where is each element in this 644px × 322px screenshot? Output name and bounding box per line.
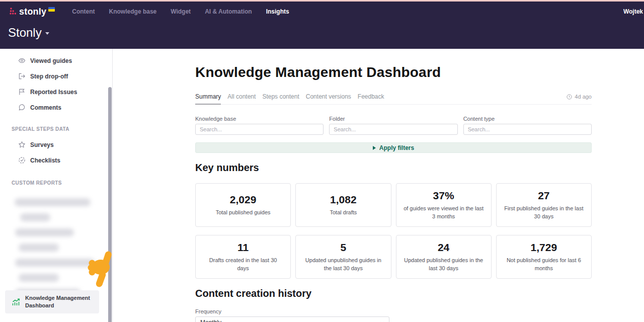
metric-value: 11	[237, 242, 249, 254]
redacted-report-item[interactable]	[15, 198, 91, 206]
sidebar-item-knowledge-management-dashboard[interactable]: Knowledge Management Dashboard	[5, 290, 99, 313]
sidebar-item-checklists[interactable]: Checklists	[0, 152, 112, 168]
folder-search-input[interactable]	[329, 124, 457, 135]
tab-content-versions[interactable]: Content versions	[306, 93, 351, 104]
metric-card-total-published-guides: 2,029 Total published guides	[195, 183, 291, 227]
tab-all-content[interactable]: All content	[227, 93, 256, 104]
metric-label: of guides were viewed in the last 3 mont…	[404, 205, 484, 220]
metric-label: Total published guides	[216, 209, 271, 216]
sidebar-item-label: Step drop-off	[30, 73, 68, 80]
key-numbers-title: Key numbers	[195, 162, 592, 174]
metric-label: First published guides in the last 30 da…	[504, 205, 584, 220]
sidebar-item-label: Surveys	[30, 141, 54, 148]
nav-item-content[interactable]: Content	[72, 8, 95, 15]
sidebar-scrollbar[interactable]	[108, 87, 112, 322]
filter-folder: Folder	[329, 116, 457, 135]
metric-label: Total drafts	[330, 209, 357, 216]
nav-item-widget[interactable]: Widget	[171, 8, 191, 15]
filter-label: Knowledge base	[195, 116, 324, 122]
redacted-report-item[interactable]	[19, 244, 59, 252]
page-title: Knowledge Management Dashboard	[195, 64, 592, 81]
play-triangle-icon	[373, 146, 376, 150]
sidebar-item-label: Knowledge Management Dashboard	[25, 294, 94, 309]
metric-card-updated-published-30d: 24 Updated published guides in the last …	[396, 235, 492, 279]
sidebar-section-special-steps-data: SPECIAL STEPS DATA	[0, 115, 112, 137]
dashboard-tab-bar: Summary All content Steps content Conten…	[195, 93, 592, 105]
apply-filters-button[interactable]: Apply filters	[195, 142, 592, 153]
stonly-logo-icon	[9, 7, 17, 15]
content-type-search-input[interactable]	[463, 124, 592, 135]
filter-knowledge-base: Knowledge base	[195, 116, 324, 135]
tab-feedback[interactable]: Feedback	[358, 93, 384, 104]
sidebar-item-label: Reported Issues	[30, 89, 77, 96]
comment-icon	[18, 104, 26, 111]
sidebar-item-label: Viewed guides	[30, 57, 72, 64]
sidebar-item-viewed-guides[interactable]: Viewed guides	[0, 53, 112, 68]
last-updated: 4d ago	[567, 93, 592, 100]
metric-label: Drafts created in the last 30 days	[203, 257, 283, 272]
content-creation-history-title: Content creation history	[195, 288, 592, 299]
workspace-title: Stonly	[8, 26, 42, 40]
sidebar-item-comments[interactable]: Comments	[0, 100, 112, 115]
filter-row: Knowledge base Folder Content type	[195, 116, 592, 135]
knowledge-base-search-input[interactable]	[195, 124, 324, 135]
key-numbers-grid: 2,029 Total published guides 1,082 Total…	[195, 183, 592, 279]
filter-content-type: Content type	[463, 116, 592, 135]
sidebar-item-label: Checklists	[30, 157, 60, 164]
clock-icon	[567, 94, 572, 100]
workspace-switcher[interactable]: Stonly	[8, 26, 49, 40]
sidebar-item-label: Comments	[30, 104, 61, 111]
step-dropoff-icon	[18, 72, 26, 80]
reports-sidebar: Viewed guides Step drop-off Reported Iss…	[0, 49, 113, 322]
chevron-down-icon	[380, 320, 384, 322]
tab-steps-content[interactable]: Steps content	[262, 93, 299, 104]
apply-filters-label: Apply filters	[379, 144, 414, 151]
frequency-selected-value: Monthly	[200, 319, 221, 322]
redacted-report-list	[0, 191, 112, 297]
metric-card-guides-viewed-pct: 37% of guides were viewed in the last 3 …	[396, 183, 492, 227]
eye-icon	[18, 57, 26, 64]
metric-card-not-published-6m: 1,729 Not published guides for last 6 mo…	[496, 235, 592, 279]
metric-value: 1,729	[531, 242, 557, 254]
checklist-icon	[18, 156, 26, 164]
chevron-down-icon	[45, 32, 49, 35]
metric-card-updated-unpublished-30d: 5 Updated unpublished guides in the last…	[295, 235, 391, 279]
tab-summary[interactable]: Summary	[195, 93, 221, 105]
growth-chart-icon	[12, 297, 21, 306]
redacted-report-item[interactable]	[19, 274, 59, 282]
metric-value: 2,029	[230, 194, 257, 206]
user-menu[interactable]: Wojtek B	[623, 8, 644, 15]
frequency-label: Frequency	[195, 308, 592, 314]
filter-label: Folder	[329, 116, 457, 122]
flag-icon	[18, 88, 26, 96]
nav-item-knowledge-base[interactable]: Knowledge base	[109, 8, 157, 15]
metric-label: Updated published guides in the last 30 …	[404, 257, 484, 272]
redacted-report-item[interactable]	[15, 228, 74, 236]
metric-value: 1,082	[330, 194, 357, 206]
frequency-select[interactable]: Monthly	[195, 316, 389, 322]
top-nav-items: Content Knowledge base Widget AI & Autom…	[72, 8, 289, 15]
metric-value: 27	[538, 190, 549, 202]
main-content: Knowledge Management Dashboard Summary A…	[113, 49, 644, 322]
workspace-header: Stonly	[0, 21, 644, 49]
stonly-logo[interactable]: stonly	[9, 7, 55, 17]
metric-value: 37%	[433, 190, 454, 202]
star-icon	[18, 141, 26, 148]
last-updated-text: 4d ago	[575, 94, 592, 100]
top-navigation-bar: stonly Content Knowledge base Widget AI …	[0, 2, 644, 21]
redacted-report-item[interactable]	[15, 259, 95, 267]
nav-item-ai-automation[interactable]: AI & Automation	[205, 8, 252, 15]
sidebar-section-custom-reports: CUSTOM REPORTS	[0, 168, 112, 191]
sidebar-item-step-drop-off[interactable]: Step drop-off	[0, 68, 112, 84]
metric-value: 24	[438, 242, 449, 254]
filter-label: Content type	[463, 116, 592, 122]
metric-card-drafts-created-30d: 11 Drafts created in the last 30 days	[195, 235, 291, 279]
stonly-logo-text: stonly	[19, 7, 46, 17]
sidebar-item-surveys[interactable]: Surveys	[0, 137, 112, 152]
redacted-report-item[interactable]	[20, 213, 50, 221]
metric-value: 5	[341, 242, 347, 254]
sidebar-item-reported-issues[interactable]: Reported Issues	[0, 84, 112, 100]
metric-card-first-published-30d: 27 First published guides in the last 30…	[496, 183, 592, 227]
metric-card-total-drafts: 1,082 Total drafts	[295, 183, 391, 227]
nav-item-insights[interactable]: Insights	[266, 8, 289, 15]
